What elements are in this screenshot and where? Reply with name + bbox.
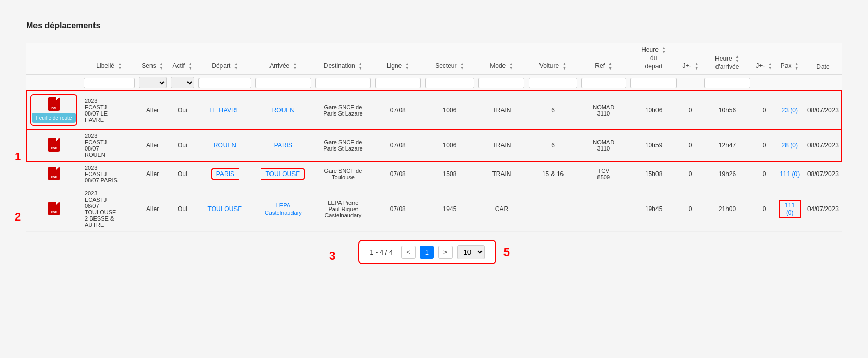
row3-destination: Gare SNCF deToulouse	[313, 161, 373, 187]
filter-libelle-input[interactable]	[84, 78, 135, 88]
column-header-row: Libellé ▲▼ Sens ▲▼ Actif ▲▼ Départ ▲▼	[26, 43, 842, 74]
filter-sens[interactable]: Aller Retour	[137, 74, 169, 91]
row3-jplus2: 0	[753, 161, 775, 187]
mode-sort-icon: ▲▼	[509, 62, 513, 71]
row4-ligne: 07/08	[373, 187, 423, 232]
col-destination[interactable]: Destination ▲▼	[313, 43, 373, 74]
col-sens[interactable]: Sens ▲▼	[137, 43, 169, 74]
filter-ref[interactable]	[579, 74, 628, 91]
col-actif[interactable]: Actif ▲▼	[169, 43, 196, 74]
annotation-5: 5	[503, 246, 510, 259]
filter-arrivee-input[interactable]	[255, 78, 311, 88]
col-arrivee[interactable]: Arrivée ▲▼	[253, 43, 313, 74]
row2-depart[interactable]: ROUEN	[196, 130, 253, 161]
row3-arrivee-link[interactable]: TOULOUSE	[261, 168, 305, 180]
row1-voiture: 6	[526, 91, 579, 130]
row4-depart[interactable]: TOULOUSE	[196, 187, 253, 232]
row3-mode: TRAIN	[476, 161, 526, 187]
filter-mode-input[interactable]	[478, 78, 524, 88]
filter-voiture[interactable]	[526, 74, 579, 91]
col-ligne[interactable]: Ligne ▲▼	[373, 43, 423, 74]
pagination-next-button[interactable]: >	[438, 246, 453, 259]
filter-libelle[interactable]	[81, 74, 137, 91]
row3-ligne: 07/08	[373, 161, 423, 187]
col-libelle[interactable]: Libellé ▲▼	[81, 43, 137, 74]
filter-ligne-input[interactable]	[375, 78, 421, 88]
row1-depart[interactable]: LE HAVRE	[196, 91, 253, 130]
table-row: 2023ECASTJ08/07 PARIS Aller Oui PARIS TO…	[26, 161, 842, 187]
col-actions	[26, 43, 81, 74]
row3-depart-link[interactable]: PARIS	[211, 168, 239, 180]
row2-arrivee[interactable]: PARIS	[253, 130, 313, 161]
filter-depart[interactable]	[196, 74, 253, 91]
row3-jplus1: 0	[679, 161, 701, 187]
row1-pax[interactable]: 23 (0)	[776, 91, 804, 130]
row1-jplus2: 0	[753, 91, 775, 130]
row2-pdf-icon[interactable]	[48, 138, 60, 152]
pagination-prev-button[interactable]: <	[401, 246, 416, 259]
col-mode[interactable]: Mode ▲▼	[476, 43, 526, 74]
col-jplus1[interactable]: J+- ▲▼	[679, 43, 701, 74]
col-voiture[interactable]: Voiture ▲▼	[526, 43, 579, 74]
col-heure-arrivee[interactable]: Heure ▲▼d'arrivée	[702, 43, 753, 74]
row2-heure-arrivee: 12h47	[702, 130, 753, 161]
col-depart[interactable]: Départ ▲▼	[196, 43, 253, 74]
filter-arrivee[interactable]	[253, 74, 313, 91]
row3-pdf-icon[interactable]	[48, 167, 60, 180]
row1-actions[interactable]: Feuille de route	[26, 91, 81, 130]
row1-pdf-icon[interactable]	[48, 97, 60, 111]
filter-mode[interactable]	[476, 74, 526, 91]
filter-ref-input[interactable]	[581, 78, 626, 88]
row1-actif: Oui	[169, 91, 196, 130]
deployments-table: Libellé ▲▼ Sens ▲▼ Actif ▲▼ Départ ▲▼	[26, 43, 842, 232]
row4-actions[interactable]	[26, 187, 81, 232]
row3-depart[interactable]: PARIS	[196, 161, 253, 187]
row2-actions[interactable]	[26, 130, 81, 161]
row4-destination: LEPA PierrePaul RiquetCastelnaudary	[313, 187, 373, 232]
row3-actif: Oui	[169, 161, 196, 187]
filter-heure-arrivee-input[interactable]	[704, 78, 751, 88]
row4-libelle: 2023ECASTJ08/07TOULOUSE2 BESSE &AUTRE	[81, 187, 137, 232]
secteur-sort-icon: ▲▼	[460, 62, 464, 71]
row4-pax[interactable]: 111 (0)	[776, 187, 804, 232]
row2-pax[interactable]: 28 (0)	[776, 130, 804, 161]
filter-sens-select[interactable]: Aller Retour	[139, 77, 167, 88]
filter-pax	[776, 74, 804, 91]
pagination-page-1-button[interactable]: 1	[420, 246, 434, 259]
filter-heure-depart-input[interactable]	[630, 78, 677, 88]
filter-voiture-input[interactable]	[529, 78, 577, 88]
row3-arrivee[interactable]: TOULOUSE	[253, 161, 313, 187]
row2-actif: Oui	[169, 130, 196, 161]
filter-heure-arrivee[interactable]	[702, 74, 753, 91]
row2-destination: Gare SNCF deParis St Lazare	[313, 130, 373, 161]
pagination-per-page-select[interactable]: 10 25 50	[457, 245, 485, 259]
col-pax[interactable]: Pax ▲▼	[776, 43, 804, 74]
filter-heure-depart[interactable]	[628, 74, 679, 91]
heure-depart-sort-icon: ▲▼	[662, 46, 666, 54]
row4-heure-depart: 19h45	[628, 187, 679, 232]
filter-destination-input[interactable]	[315, 78, 371, 88]
row3-actions[interactable]	[26, 161, 81, 187]
col-ref[interactable]: Ref ▲▼	[579, 43, 628, 74]
row3-pax[interactable]: 111 (0)	[776, 161, 804, 187]
filter-actif-select[interactable]: Oui Non	[171, 77, 194, 88]
filter-depart-input[interactable]	[198, 78, 251, 88]
row2-jplus1: 0	[679, 130, 701, 161]
heure-arrivee-sort-icon: ▲▼	[735, 55, 740, 63]
col-secteur[interactable]: Secteur ▲▼	[423, 43, 477, 74]
filter-secteur[interactable]	[423, 74, 477, 91]
destination-sort-icon: ▲▼	[358, 62, 362, 71]
filter-secteur-input[interactable]	[425, 78, 475, 88]
row1-mode: TRAIN	[476, 91, 526, 130]
row4-pdf-icon[interactable]	[48, 202, 60, 215]
row4-arrivee[interactable]: LEPACastelnaudary	[253, 187, 313, 232]
sens-sort-icon: ▲▼	[159, 62, 163, 71]
row4-sens: Aller	[137, 187, 169, 232]
row1-arrivee[interactable]: ROUEN	[253, 91, 313, 130]
col-heure-depart[interactable]: Heure ▲▼dudépart	[628, 43, 679, 74]
col-jplus2[interactable]: J+- ▲▼	[753, 43, 775, 74]
filter-ligne[interactable]	[373, 74, 423, 91]
filter-actif[interactable]: Oui Non	[169, 74, 196, 91]
row1-feuille-button[interactable]: Feuille de route	[32, 113, 76, 123]
filter-destination[interactable]	[313, 74, 373, 91]
